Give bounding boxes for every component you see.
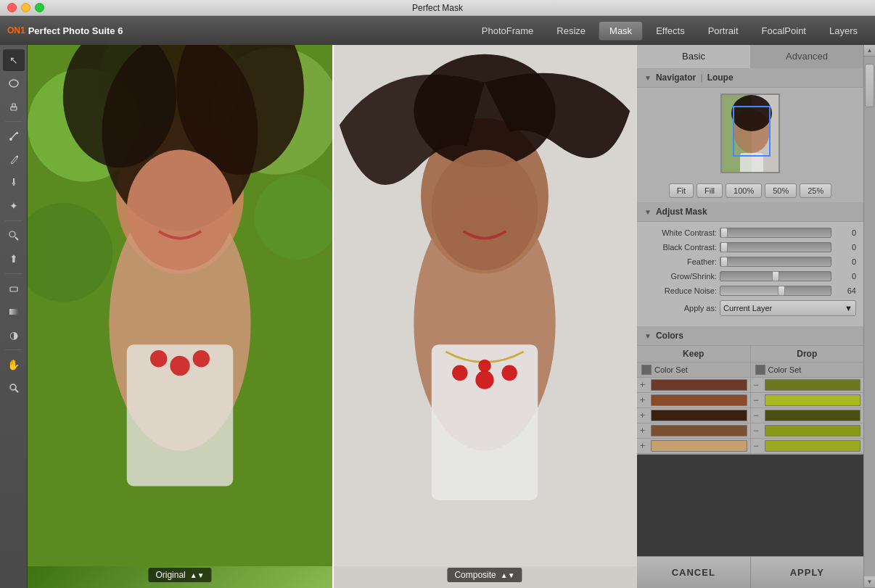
zoom-fit[interactable]: Fit [669,183,694,198]
keep-color-bar-2[interactable] [651,394,747,406]
nav-layers[interactable]: Layers [819,22,868,40]
black-contrast-thumb[interactable] [720,242,728,252]
maximize-button[interactable] [35,3,44,12]
tool-zoom-canvas[interactable] [3,377,25,399]
drop-color-row-1: − [751,378,864,393]
canvas-area: Original ▲▼ [28,45,637,588]
zoom-fill[interactable]: Fill [697,183,723,198]
keep-add-4[interactable]: + [640,426,649,436]
cancel-button[interactable]: CANCEL [637,557,751,588]
adjust-mask-content: White Contrast: 0 Black Contrast: 0 [637,222,863,326]
left-toolbar: ↖ ✦ ⬆ ◑ ✋ [0,45,28,588]
feather-label: Feather: [644,257,717,266]
white-contrast-slider[interactable] [720,228,831,238]
tool-stamp[interactable] [3,96,25,117]
loupe-label[interactable]: Loupe [707,73,734,83]
nav-photoframe[interactable]: PhotoFrame [472,22,544,40]
svg-point-3 [9,138,12,141]
feather-thumb[interactable] [720,257,728,267]
close-button[interactable] [7,3,17,12]
nav-mask[interactable]: Mask [599,21,643,41]
drop-color-bar-5[interactable] [765,440,861,452]
nav-portrait[interactable]: Portrait [698,22,749,40]
canvas-right-label[interactable]: Composite ▲▼ [447,568,522,582]
tool-fill[interactable]: ◑ [3,324,25,346]
zoom-50[interactable]: 50% [765,183,797,198]
keep-color-row-2: + [637,393,750,408]
drop-color-bar-4[interactable] [765,425,861,436]
right-scrollbar[interactable]: ▲ ▼ [863,45,875,588]
white-contrast-label: White Contrast: [644,228,717,237]
drop-color-set-label: Color Set [768,365,802,374]
white-contrast-thumb[interactable] [720,228,728,238]
nav-resize[interactable]: Resize [546,22,596,40]
tool-lasso[interactable] [3,73,25,94]
colors-collapse-arrow[interactable]: ▼ [644,332,652,340]
colors-title: Colors [656,331,683,341]
drop-minus-5[interactable]: − [754,441,763,451]
canvas-left-label[interactable]: Original ▲▼ [148,568,211,582]
reduce-noise-slider[interactable] [720,286,831,296]
keep-add-3[interactable]: + [640,410,649,421]
scroll-down-arrow[interactable]: ▼ [864,576,875,588]
drop-header: Drop [751,346,864,363]
split-line[interactable] [332,45,334,588]
keep-add-5[interactable]: + [640,441,649,451]
keep-color-bar-5[interactable] [651,440,747,452]
grow-shrink-label: Grow/Shrink: [644,272,717,281]
tool-pointer[interactable]: ↖ [3,49,25,71]
canvas-left[interactable]: Original ▲▼ [28,45,332,588]
reduce-noise-thumb[interactable] [778,286,785,296]
drop-color-bar-2[interactable] [765,394,861,406]
scroll-up-arrow[interactable]: ▲ [864,45,875,57]
menubar: ON1 Perfect Photo Suite 6 PhotoFrame Res… [0,16,875,45]
tab-advanced[interactable]: Advanced [750,45,863,68]
zoom-25[interactable]: 25% [800,183,831,198]
drop-minus-3[interactable]: − [754,410,763,421]
drop-color-row-3: − [751,408,864,423]
grow-shrink-thumb[interactable] [772,271,779,281]
drop-color-bar-1[interactable] [765,379,861,391]
nav-effects[interactable]: Effects [646,22,695,40]
drop-minus-2[interactable]: − [754,395,763,405]
scroll-thumb[interactable] [865,64,874,107]
keep-add-1[interactable]: + [640,380,649,390]
drop-color-row-4: − [751,423,864,439]
canvas-content: Original ▲▼ [28,45,637,588]
drop-minus-4[interactable]: − [754,426,763,436]
keep-color-row-4: + [637,423,750,439]
navigator-preview [637,88,863,179]
drop-color-row-5: − [751,439,864,454]
minimize-button[interactable] [21,3,30,12]
tool-eraser[interactable] [3,278,25,299]
tool-brush[interactable] [3,125,25,147]
tool-clone[interactable] [3,225,25,247]
grow-shrink-slider[interactable] [720,271,831,281]
feather-slider[interactable] [720,257,831,267]
keep-add-2[interactable]: + [640,395,649,405]
zoom-100[interactable]: 100% [726,183,762,198]
tool-arrow[interactable]: ⬆ [3,248,25,270]
apply-button[interactable]: APPLY [751,557,864,588]
app-logo: ON1 Perfect Photo Suite 6 [7,25,123,36]
tool-pencil[interactable] [3,149,25,170]
tool-hand[interactable]: ✋ [3,354,25,376]
keep-color-bar-3[interactable] [651,410,747,421]
scroll-track[interactable] [864,57,875,576]
tab-basic[interactable]: Basic [637,45,750,68]
drop-color-bar-3[interactable] [765,410,861,421]
adjust-collapse-arrow[interactable]: ▼ [644,208,652,216]
keep-color-bar-4[interactable] [651,425,747,436]
apply-as-dropdown[interactable]: Current Layer ▼ [720,300,856,316]
keep-color-bar-1[interactable] [651,379,747,391]
feather-row: Feather: 0 [644,257,856,267]
navigator-collapse-arrow[interactable]: ▼ [644,74,652,82]
tool-spray[interactable]: ✦ [3,195,25,217]
drop-minus-1[interactable]: − [754,380,763,390]
canvas-right[interactable]: Composite ▲▼ [332,45,637,588]
black-contrast-slider[interactable] [720,242,831,252]
titlebar: Perfect Mask [0,0,875,16]
nav-focalpoint[interactable]: FocalPoint [752,22,816,40]
tool-paint[interactable] [3,172,25,194]
tool-gradient[interactable] [3,301,25,323]
